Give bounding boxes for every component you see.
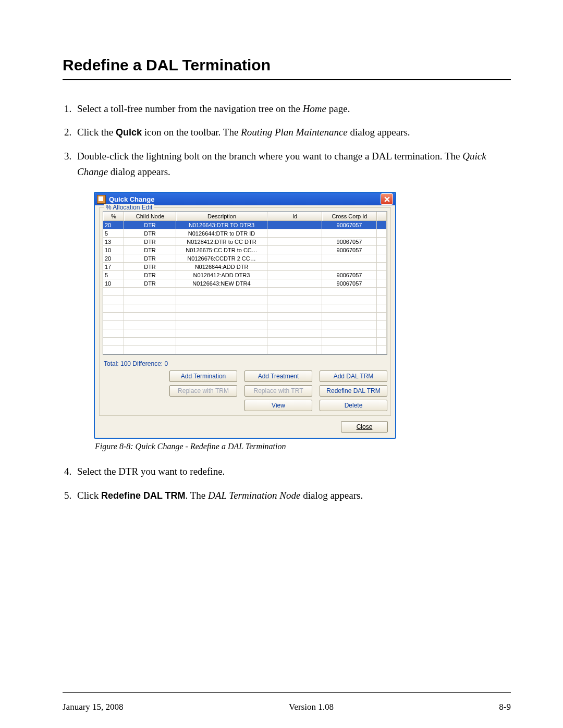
table-row-empty bbox=[103, 304, 387, 313]
page-title: Redefine a DAL Termination bbox=[63, 56, 511, 74]
step-item: Click Redefine DAL TRM. The DAL Terminat… bbox=[74, 488, 511, 503]
table-row[interactable]: 10DTRN0126675:CC DTR to CC…90067057 bbox=[103, 246, 387, 254]
add-termination-button[interactable]: Add Termination bbox=[169, 371, 237, 382]
title-rule bbox=[63, 79, 511, 80]
totals-text: Total: 100 Difference: 0 bbox=[104, 360, 386, 367]
col-id[interactable]: Id bbox=[267, 212, 322, 221]
step-item: Double-click the lightning bolt on the b… bbox=[74, 149, 511, 179]
replace-trt-button: Replace with TRT bbox=[244, 385, 312, 397]
view-button[interactable]: View bbox=[244, 400, 312, 411]
steps-list-top: Select a toll-free number from the navig… bbox=[63, 101, 511, 179]
table-row-empty bbox=[103, 296, 387, 304]
step-item: Select a toll-free number from the navig… bbox=[74, 101, 511, 116]
table-row-empty bbox=[103, 288, 387, 296]
table-row[interactable]: 5DTRN0126644:DTR to DTR ID bbox=[103, 229, 387, 238]
grid-header: % Child Node Description Id Cross Corp I… bbox=[103, 212, 387, 221]
col-description[interactable]: Description bbox=[176, 212, 267, 221]
footer-version: Version 1.08 bbox=[289, 702, 334, 712]
table-row-empty bbox=[103, 313, 387, 321]
footer-pagenum: 8-9 bbox=[499, 702, 511, 712]
app-icon bbox=[97, 195, 106, 204]
table-row[interactable]: 10DTRN0126643:NEW DTR490067057 bbox=[103, 279, 387, 288]
table-row-empty bbox=[103, 321, 387, 329]
footer-date: January 15, 2008 bbox=[63, 702, 124, 712]
footer-rule bbox=[63, 692, 511, 693]
table-row[interactable]: 13DTRN0128412:DTR to CC DTR90067057 bbox=[103, 238, 387, 246]
quick-change-dialog: Quick Change % Allocation Edit % Child N… bbox=[94, 192, 396, 439]
col-end bbox=[377, 212, 387, 221]
table-row-empty bbox=[103, 338, 387, 346]
figure-container: Quick Change % Allocation Edit % Child N… bbox=[94, 192, 511, 439]
col-child-node[interactable]: Child Node bbox=[124, 212, 176, 221]
grid-body: 20DTRN0126643:DTR TO DTR3900670575DTRN01… bbox=[103, 221, 387, 354]
add-treatment-button[interactable]: Add Treatment bbox=[244, 371, 312, 382]
table-row[interactable]: 20DTRN0126643:DTR TO DTR390067057 bbox=[103, 221, 387, 229]
close-icon[interactable] bbox=[381, 193, 393, 205]
delete-button[interactable]: Delete bbox=[320, 400, 387, 411]
step-item: Click the Quick icon on the toolbar. The… bbox=[74, 125, 511, 140]
dialog-title: Quick Change bbox=[109, 195, 381, 203]
col-percent[interactable]: % bbox=[103, 212, 124, 221]
step-item: Select the DTR you want to redefine. bbox=[74, 464, 511, 479]
table-row-empty bbox=[103, 346, 387, 354]
table-row-empty bbox=[103, 329, 387, 338]
add-dal-trm-button[interactable]: Add DAL TRM bbox=[320, 371, 387, 382]
group-legend: % Allocation Edit bbox=[104, 204, 154, 211]
allocation-grid[interactable]: % Child Node Description Id Cross Corp I… bbox=[103, 211, 387, 355]
table-row[interactable]: 17DTRN0126644:ADD DTR bbox=[103, 263, 387, 271]
col-cross-corp[interactable]: Cross Corp Id bbox=[322, 212, 377, 221]
redefine-dal-trm-button[interactable]: Redefine DAL TRM bbox=[320, 385, 387, 397]
page-footer: January 15, 2008 Version 1.08 8-9 bbox=[63, 702, 511, 712]
allocation-groupbox: % Allocation Edit % Child Node Descripti… bbox=[99, 207, 391, 416]
steps-list-bottom: Select the DTR you want to redefine.Clic… bbox=[63, 464, 511, 503]
figure-caption: Figure 8-8: Quick Change - Redefine a DA… bbox=[95, 442, 511, 451]
table-row[interactable]: 5DTRN0128412:ADD DTR390067057 bbox=[103, 271, 387, 279]
close-button[interactable]: Close bbox=[341, 421, 388, 433]
replace-trm-button: Replace with TRM bbox=[169, 385, 237, 397]
table-row[interactable]: 20DTRN0126676:CCDTR 2 CC… bbox=[103, 254, 387, 263]
